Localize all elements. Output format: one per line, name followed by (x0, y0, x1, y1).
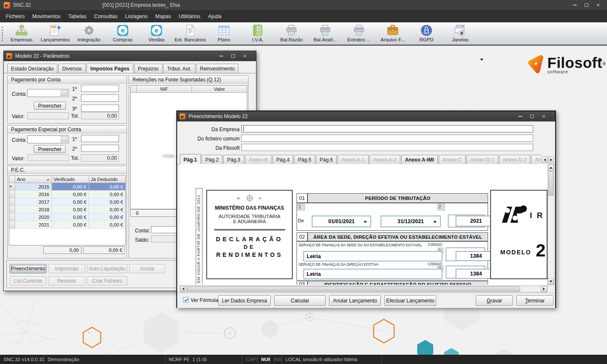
toolbar-extratos[interactable]: Extratos ... (342, 22, 376, 46)
toolbar-janelas[interactable]: Janelas (443, 22, 477, 46)
toolbar-bal-razao[interactable]: Bal.Razão (275, 22, 308, 46)
fill-maximize-button[interactable] (528, 113, 536, 119)
fill-minimize-button[interactable] (516, 113, 524, 119)
do-ficheiro-comum-input[interactable] (241, 135, 533, 142)
pec-conta-lookup-button[interactable]: ··· (61, 137, 67, 142)
retencoes-col-valor[interactable]: Valor (192, 86, 247, 93)
toolbar-integracao[interactable]: Integração (72, 22, 106, 46)
scroll-left-button[interactable] (180, 286, 186, 292)
form-vertical-scrollbar[interactable] (548, 164, 554, 285)
tabs-scroll-left-button[interactable] (542, 156, 548, 163)
date-to-select[interactable]: 31/12/2021 (380, 216, 441, 227)
toolbar-bal-anali[interactable]: Bal.Analí... (308, 22, 342, 46)
fill-close-button[interactable]: × (540, 113, 548, 119)
form-horizontal-scrollbar[interactable] (180, 286, 548, 292)
tab-pag3[interactable]: Pág.3 (223, 155, 244, 164)
menu-utilitarios[interactable]: Utilitários (175, 11, 204, 22)
tab-pag6[interactable]: Pág.6 (316, 155, 337, 164)
tab-anexo-c[interactable]: Anexo C (439, 155, 466, 164)
pec-preencher-button[interactable]: Preencher (34, 145, 66, 153)
tab-anexo-a1[interactable]: Anexo A-1 (337, 155, 368, 164)
pc-1-input[interactable] (81, 85, 119, 92)
toolbar-vendas[interactable]: efatura Vendas (140, 22, 173, 46)
menu-ajuda[interactable]: Ajuda (204, 11, 225, 22)
btn-efectuar-lancamento[interactable]: Efectuar Lançamento (384, 295, 436, 306)
scroll-right-button[interactable] (541, 286, 547, 292)
toolbar-grip[interactable] (2, 27, 3, 41)
tab-reinvestimento[interactable]: Reinvestimento (196, 64, 239, 73)
tab-pag4[interactable]: Pág.4 (272, 155, 293, 164)
tab-anexo-a2[interactable]: Anexo A-2 (370, 155, 400, 164)
tab-anexo-d1[interactable]: Anexo D-1 (467, 155, 498, 164)
tab-pag2[interactable]: Pág.2 (202, 155, 222, 164)
menu-tabelas[interactable]: Tabelas (65, 11, 90, 22)
toolbar-iva[interactable]: θ I.V.A. (241, 22, 275, 46)
btn-preenchimento[interactable]: Preenchimento (10, 264, 46, 273)
btn-gravar[interactable]: Gravar (476, 295, 513, 306)
main-close-button[interactable]: × (594, 2, 602, 8)
menu-movimentos[interactable]: Movimentos (28, 11, 64, 22)
main-minimize-button[interactable] (571, 2, 578, 8)
city1-input[interactable]: Leiria (303, 251, 442, 262)
vertical-scroll-thumb[interactable] (548, 171, 553, 196)
btn-list-controle[interactable]: List.Controle (10, 276, 46, 286)
btn-terminar[interactable]: Terminar (516, 295, 553, 306)
tab-anexo-aimi[interactable]: Anexo A-IMI (401, 155, 438, 164)
toolbar-plano[interactable]: Plano (207, 22, 241, 46)
pec-row[interactable]: 2017 0,00 € 0,00 € (9, 198, 125, 206)
scroll-up-button[interactable] (548, 164, 554, 171)
pec-2-input[interactable] (81, 145, 119, 152)
toolbar-ext-bancarios[interactable]: Ext. Bancários (173, 22, 207, 46)
pec-row[interactable]: 2015 0,00 € 0,00 € (9, 183, 125, 191)
tab-pag5[interactable]: Pág.5 (294, 155, 315, 164)
toolbar-empresas[interactable]: Empresas (5, 22, 38, 46)
tab-anexo-b[interactable]: Anexo B (245, 155, 272, 164)
pec-row[interactable]: 2021 0,00 € 0,00 € (9, 221, 125, 229)
retencoes-col-nif[interactable]: NIF (137, 86, 192, 93)
menu-mapas[interactable]: Mapas (151, 11, 175, 22)
toolbar-compras[interactable]: efatura Compras (106, 22, 140, 46)
pc-3-input[interactable] (81, 105, 119, 112)
tabs-scroll-right-button[interactable] (548, 156, 554, 163)
tab-estado-declaracao[interactable]: Estado Declaração (7, 64, 57, 73)
pec-row[interactable]: 2018 0,00 € 0,00 € (9, 206, 125, 213)
pc-2-input[interactable] (81, 94, 119, 102)
tab-impostos-pagos[interactable]: Impostos Pagos (86, 63, 133, 73)
scroll-down-button[interactable] (548, 278, 554, 285)
pec-col-ano[interactable]: Ano (15, 176, 52, 183)
pec-col-verificado[interactable]: Verificado (52, 176, 89, 183)
toolbar-rgpd[interactable]: RGPD (410, 22, 443, 46)
menu-ficheiro[interactable]: Ficheiro (2, 11, 28, 22)
date-from-select[interactable]: 01/01/2021 (312, 216, 371, 227)
params-close-button[interactable]: × (241, 53, 248, 59)
tab-tribut-aut[interactable]: Tribut. Aut. (163, 64, 195, 73)
da-empresa-input[interactable] (241, 125, 533, 132)
pec-row[interactable]: 2020 0,00 € 0,00 € (9, 213, 125, 221)
params-maximize-button[interactable] (229, 53, 237, 59)
btn-ler-dados-empresa[interactable]: Ler Dados Empresa (218, 295, 271, 306)
btn-auto-liquidacao[interactable]: Auto-Liquidação (87, 264, 127, 273)
da-filosoft-input[interactable] (241, 144, 533, 151)
horizontal-scroll-thumb[interactable] (187, 286, 520, 291)
btn-calcular[interactable]: Calcular (274, 295, 326, 306)
fill-window-titlebar[interactable]: Preenchimento Modelo 22 × (177, 111, 555, 121)
btn-criar-ficheiro[interactable]: Criar Ficheiro (87, 276, 127, 286)
tab-pag1[interactable]: Pág.1 (180, 154, 201, 164)
pec-row[interactable]: 2016 0,00 € 0,00 € (9, 191, 125, 198)
pec-1-input[interactable] (81, 135, 119, 142)
toolbar-lancamentos[interactable]: Lançamentos (38, 22, 72, 46)
btn-impressao[interactable]: Impressão (48, 264, 85, 273)
tab-diversos[interactable]: Diversos (58, 64, 86, 73)
pec-col-deduzido[interactable]: Já Deduzido (89, 176, 125, 183)
btn-anular[interactable]: Anular (129, 264, 165, 273)
btn-resumo[interactable]: Resumo (48, 276, 85, 286)
menu-listagens[interactable]: Listagens (121, 11, 152, 22)
pc-preencher-button[interactable]: Preencher (34, 102, 66, 110)
city2-input[interactable]: Leiria (303, 269, 442, 279)
pec-conta-input[interactable]: ··· (27, 135, 69, 143)
menu-consultas[interactable]: Consultas (90, 11, 121, 22)
tab-anexo-d2[interactable]: Anexo D-2 (499, 155, 531, 164)
toolbar-arquivo[interactable]: Arquivo F... (376, 22, 410, 46)
main-maximize-button[interactable] (583, 2, 590, 8)
params-window-titlebar[interactable]: Modelo 22 - Parâmetros × (4, 51, 256, 61)
